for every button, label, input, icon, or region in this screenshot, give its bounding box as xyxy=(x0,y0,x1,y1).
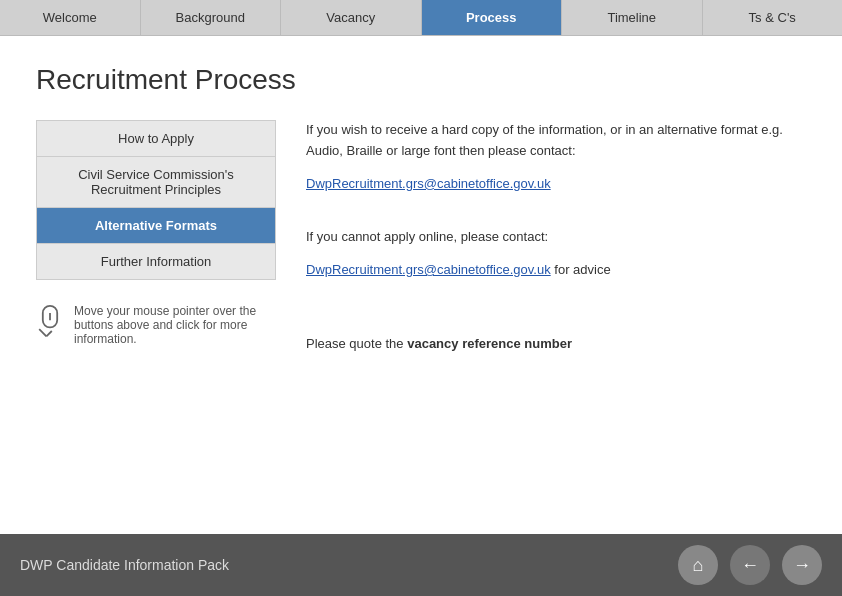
sidebar-btn-commission[interactable]: Civil Service Commission's Recruitment P… xyxy=(36,156,276,207)
email2-suffix: for advice xyxy=(551,262,611,277)
main-content: Recruitment Process How to Apply Civil S… xyxy=(0,36,842,534)
next-icon: → xyxy=(793,555,811,576)
sidebar-btn-further-info[interactable]: Further Information xyxy=(36,243,276,280)
tab-welcome[interactable]: Welcome xyxy=(0,0,141,35)
next-button[interactable]: → xyxy=(782,545,822,585)
sidebar: How to Apply Civil Service Commission's … xyxy=(36,120,276,514)
tab-vacancy[interactable]: Vacancy xyxy=(281,0,422,35)
content-para3: Please quote the vacancy reference numbe… xyxy=(306,334,806,355)
svg-line-3 xyxy=(46,331,51,336)
top-navigation: Welcome Background Vacancy Process Timel… xyxy=(0,0,842,36)
content-area: How to Apply Civil Service Commission's … xyxy=(36,120,806,514)
tab-background[interactable]: Background xyxy=(141,0,282,35)
mouse-pointer-icon xyxy=(36,304,64,340)
sidebar-btn-how-to-apply[interactable]: How to Apply xyxy=(36,120,276,156)
tab-ts-cs[interactable]: Ts & C's xyxy=(703,0,843,35)
page-title: Recruitment Process xyxy=(36,64,806,96)
footer: DWP Candidate Information Pack ⌂ ← → xyxy=(0,534,842,596)
footer-title: DWP Candidate Information Pack xyxy=(20,557,678,573)
sidebar-hint-text: Move your mouse pointer over the buttons… xyxy=(74,304,276,346)
right-panel: If you wish to receive a hard copy of th… xyxy=(296,120,806,514)
prev-button[interactable]: ← xyxy=(730,545,770,585)
svg-line-2 xyxy=(39,329,46,336)
tab-process[interactable]: Process xyxy=(422,0,563,35)
sidebar-btn-alternative-formats[interactable]: Alternative Formats xyxy=(36,207,276,243)
tab-timeline[interactable]: Timeline xyxy=(562,0,703,35)
email-link-1[interactable]: DwpRecruitment.grs@cabinetoffice.gov.uk xyxy=(306,176,551,191)
sidebar-hint: Move your mouse pointer over the buttons… xyxy=(36,304,276,346)
para3-prefix: Please quote the xyxy=(306,336,407,351)
email-link-2[interactable]: DwpRecruitment.grs@cabinetoffice.gov.uk xyxy=(306,262,551,277)
home-icon: ⌂ xyxy=(693,555,704,576)
content-para1: If you wish to receive a hard copy of th… xyxy=(306,120,806,162)
para3-bold: vacancy reference number xyxy=(407,336,572,351)
content-para2: If you cannot apply online, please conta… xyxy=(306,227,806,248)
home-button[interactable]: ⌂ xyxy=(678,545,718,585)
prev-icon: ← xyxy=(741,555,759,576)
footer-nav: ⌂ ← → xyxy=(678,545,822,585)
